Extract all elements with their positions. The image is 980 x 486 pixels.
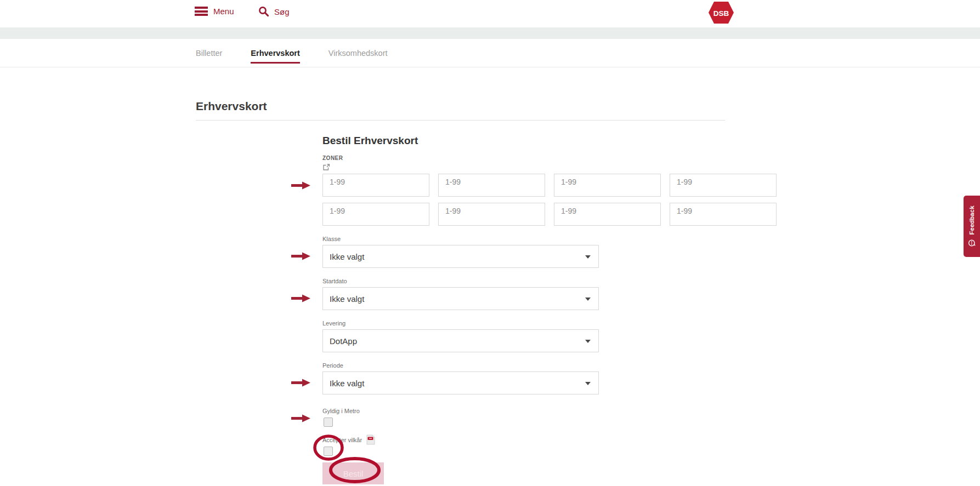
dsb-logo[interactable]: DSB	[708, 1, 734, 26]
feedback-tab[interactable]: Feedback	[964, 196, 980, 257]
dsb-logo-icon: DSB	[708, 1, 734, 24]
tab-billetter[interactable]: Billetter	[196, 40, 222, 66]
annotation-arrow-periode	[291, 379, 311, 387]
zone-input-7[interactable]	[554, 203, 661, 226]
terms-checkbox[interactable]	[324, 447, 333, 456]
levering-value: DotApp	[330, 336, 357, 346]
chevron-down-icon	[585, 382, 591, 385]
annotation-arrow-zones	[291, 181, 311, 190]
metro-label: Gyldig i Metro	[322, 408, 599, 415]
tab-bar: Billetter Erhvervskort Virksomhedskort	[0, 39, 980, 67]
header-divider-band	[0, 27, 980, 39]
search-button[interactable]: Søg	[258, 6, 290, 17]
bestil-button[interactable]: Bestil	[322, 462, 384, 484]
pdf-icon[interactable]	[366, 434, 375, 445]
zone-input-3[interactable]	[554, 174, 661, 197]
periode-select[interactable]: Ikke valgt	[322, 371, 599, 394]
hamburger-icon	[195, 7, 208, 16]
page-title: Erhvervskort	[196, 100, 267, 113]
svg-text:DSB: DSB	[713, 9, 729, 18]
zone-input-1[interactable]	[322, 174, 429, 197]
speech-bubble-icon	[968, 239, 976, 247]
startdato-value: Ikke valgt	[330, 294, 364, 304]
zone-input-8[interactable]	[670, 203, 777, 226]
zone-input-6[interactable]	[438, 203, 545, 226]
klasse-label: Klasse	[322, 236, 599, 243]
search-label: Søg	[274, 7, 290, 16]
external-link-icon[interactable]	[322, 163, 330, 171]
levering-select[interactable]: DotApp	[322, 329, 599, 352]
levering-label: Levering	[322, 320, 599, 327]
startdato-label: Startdato	[322, 278, 599, 285]
zone-input-5[interactable]	[322, 203, 429, 226]
chevron-down-icon	[585, 340, 591, 343]
metro-checkbox[interactable]	[324, 418, 333, 427]
page: Menu Søg DSB Billetter Erhvervskort Virk…	[0, 0, 980, 486]
search-icon	[258, 6, 269, 17]
chevron-down-icon	[585, 255, 591, 259]
feedback-label: Feedback	[968, 205, 975, 235]
zone-input-4[interactable]	[670, 174, 777, 197]
zones-label: ZONER	[322, 155, 599, 161]
periode-label: Periode	[322, 362, 599, 369]
annotation-arrow-metro	[291, 414, 311, 422]
terms-row: Accepter vilkår	[322, 434, 599, 445]
top-header: Menu Søg DSB	[0, 0, 980, 27]
title-divider	[196, 120, 725, 121]
annotation-arrow-startdato	[291, 294, 311, 302]
form-heading: Bestil Erhvervskort	[322, 134, 599, 147]
order-form: Bestil Erhvervskort ZONER Klasse Ikke va…	[322, 134, 599, 484]
annotation-arrow-klasse	[291, 252, 311, 260]
chevron-down-icon	[585, 298, 591, 301]
klasse-value: Ikke valgt	[330, 252, 364, 261]
periode-value: Ikke valgt	[330, 379, 364, 388]
terms-label: Accepter vilkår	[322, 437, 362, 443]
tab-erhvervskort[interactable]: Erhvervskort	[251, 40, 299, 66]
zone-input-2[interactable]	[438, 174, 545, 197]
menu-button[interactable]: Menu	[195, 7, 234, 16]
startdato-select[interactable]: Ikke valgt	[322, 287, 599, 310]
menu-label: Menu	[213, 7, 234, 16]
tab-virksomhedskort[interactable]: Virksomhedskort	[328, 40, 388, 66]
klasse-select[interactable]: Ikke valgt	[322, 245, 599, 268]
zone-inputs-grid	[322, 174, 599, 226]
